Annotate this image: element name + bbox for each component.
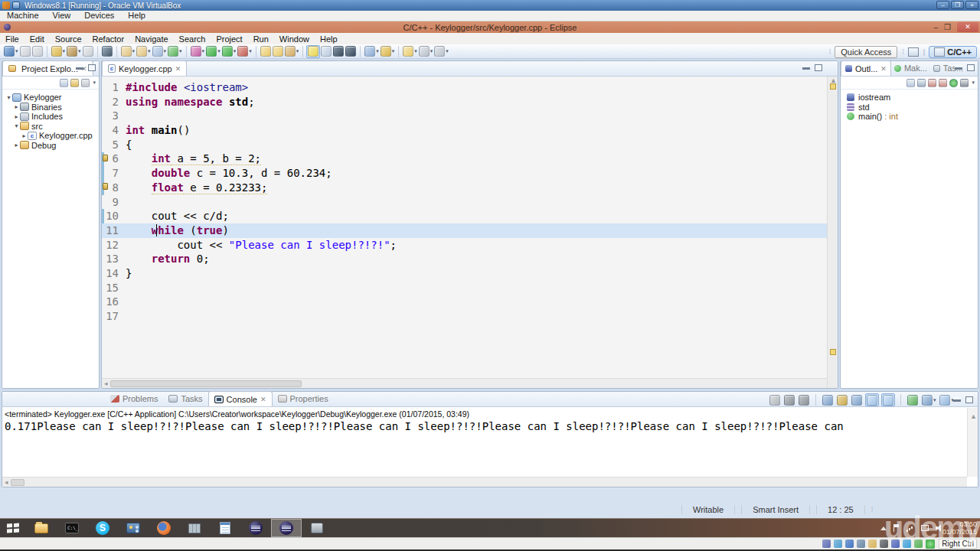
taskbar-item-app[interactable] <box>302 519 332 537</box>
maximize-editor-icon[interactable] <box>815 64 822 71</box>
menu-run[interactable]: Run <box>248 34 274 44</box>
vbox-menu-view[interactable]: View <box>46 11 78 21</box>
code-line-1[interactable]: 1#include <iostream> <box>102 80 827 95</box>
pen-icon[interactable] <box>845 540 854 548</box>
tree-item-debug[interactable]: ▸Debug <box>2 141 99 151</box>
twisty-icon[interactable]: ▸ <box>13 142 20 148</box>
show-when-stderr-changes-icon[interactable] <box>836 393 848 406</box>
run-icon[interactable]: ▾ <box>205 45 221 58</box>
eclipse-minimize-button[interactable]: – <box>933 22 938 32</box>
search-icon[interactable] <box>272 45 284 58</box>
open-element-icon[interactable] <box>260 45 272 58</box>
taskbar-item-explorer[interactable] <box>26 519 57 537</box>
hide-inactive-icon[interactable] <box>960 79 969 87</box>
code-line-6[interactable]: 6 int a = 5, b = 2; <box>102 152 827 166</box>
network-adapters-icon[interactable] <box>857 540 865 548</box>
vbox-menu-machine[interactable]: Machine <box>0 11 46 21</box>
twisty-icon[interactable]: ▾ <box>5 94 12 101</box>
hidden-icons-arrow[interactable] <box>880 527 887 530</box>
code-line-11[interactable]: 11 while (true) <box>102 223 827 238</box>
code-line-7[interactable]: 7 double c = 10.3, d = 60.234; <box>102 166 827 181</box>
start-button[interactable] <box>0 519 26 537</box>
cpp-perspective-button[interactable]: C/C++ <box>929 46 977 58</box>
outline-item-iostream[interactable]: iostream <box>841 93 978 103</box>
hdd-icon[interactable] <box>822 540 831 548</box>
collapse-all-icon[interactable] <box>906 79 915 87</box>
annotations-icon[interactable]: ▾ <box>364 45 380 58</box>
code-line-4[interactable]: 4int main() <box>102 123 827 138</box>
scroll-lock-icon[interactable] <box>865 393 879 406</box>
menu-search[interactable]: Search <box>174 34 211 44</box>
network-icon[interactable] <box>903 540 911 548</box>
tree-item-keylogger-cpp[interactable]: ▸cKeylogger.cpp <box>2 131 99 141</box>
tab-problems[interactable]: Problems <box>105 391 163 406</box>
taskbar-item-eclipse[interactable] <box>271 519 302 537</box>
code-line-9[interactable]: 9 <box>102 195 827 210</box>
new-class-icon[interactable]: ▾ <box>167 45 183 58</box>
minimize-view-icon[interactable] <box>76 64 83 70</box>
code-line-14[interactable]: 14} <box>102 266 827 281</box>
tree-item-includes[interactable]: ▸Includes <box>2 112 99 122</box>
minimize-view-icon[interactable] <box>955 64 962 70</box>
network-monitor-icon[interactable] <box>921 525 929 531</box>
run-as-user-icon[interactable]: ▾ <box>221 45 237 58</box>
display-selected-console-icon[interactable]: ▾ <box>921 393 937 406</box>
outline-item-std[interactable]: std <box>841 103 978 112</box>
hide-non-public-icon[interactable] <box>949 79 958 87</box>
code-line-13[interactable]: 13 return 0; <box>102 252 827 266</box>
code-line-8[interactable]: 8 float e = 0.23233; <box>102 181 827 195</box>
collapse-all-icon[interactable] <box>60 79 68 87</box>
cd-icon[interactable] <box>834 540 842 548</box>
taskbar-item-skype[interactable]: S <box>87 519 118 537</box>
twisty-icon[interactable]: ▸ <box>13 103 20 110</box>
new-wizard-icon[interactable]: ▾ <box>3 45 19 58</box>
pointer-icon[interactable] <box>101 45 113 58</box>
code-line-16[interactable]: 16 <box>102 295 827 309</box>
view-menu-icon[interactable]: ▾ <box>972 80 975 86</box>
menu-refactor[interactable]: Refactor <box>87 34 130 44</box>
menu-project[interactable]: Project <box>211 34 247 44</box>
link-with-editor-icon[interactable] <box>70 79 79 87</box>
eclipse-close-button[interactable]: ✕ <box>957 22 978 32</box>
terminate-icon[interactable] <box>769 393 781 406</box>
taskbar-clock[interactable]: 03:50 01/07/2015 <box>942 520 977 536</box>
tab-make-targets[interactable]: Mak... <box>891 60 930 76</box>
tab-tasks[interactable]: Tasks <box>163 391 207 406</box>
console-output[interactable]: 0.171Please can I sleep!?!?!Please can I… <box>2 420 978 468</box>
quick-access-button[interactable]: Quick Access <box>835 46 897 58</box>
filters-icon[interactable] <box>81 79 90 87</box>
editor-horizontal-scrollbar[interactable]: ◂ <box>102 378 827 388</box>
vbox-minimize-button[interactable]: – <box>936 1 949 9</box>
save-icon[interactable] <box>19 45 31 58</box>
tree-item-src[interactable]: ▾src <box>2 122 99 132</box>
clear-console-icon[interactable] <box>906 393 919 406</box>
menu-source[interactable]: Source <box>50 34 87 44</box>
minimize-editor-icon[interactable] <box>802 64 810 70</box>
console-view-icon[interactable] <box>332 45 345 58</box>
word-wrap-icon[interactable] <box>851 393 863 406</box>
taskbar-item-eclipse[interactable] <box>240 519 271 537</box>
features-icon[interactable] <box>914 540 923 548</box>
maximize-view-icon[interactable] <box>88 64 96 71</box>
code-editor[interactable]: 1#include <iostream>2using namespace std… <box>102 77 827 378</box>
menu-window[interactable]: Window <box>274 34 315 44</box>
show-whitespace-icon[interactable] <box>345 45 357 58</box>
maximize-view-icon[interactable] <box>967 64 975 71</box>
external-tools-icon[interactable]: ▾ <box>237 45 253 58</box>
menu-help[interactable]: Help <box>315 34 343 44</box>
forward-icon[interactable]: ▾ <box>433 45 449 58</box>
twisty-icon[interactable]: ▾ <box>13 122 20 129</box>
menu-edit[interactable]: Edit <box>24 34 50 44</box>
hide-static-icon[interactable] <box>939 79 947 87</box>
tree-item-binaries[interactable]: ▸Binaries <box>2 103 99 112</box>
show-when-stdout-changes-icon[interactable] <box>822 393 834 406</box>
taskbar-item-notepad[interactable] <box>210 519 240 537</box>
maximize-view-icon[interactable] <box>965 396 973 403</box>
build-icon[interactable]: ▾ <box>66 45 82 58</box>
open-console-icon[interactable]: ▾ <box>939 393 955 406</box>
shared-folder-icon[interactable] <box>868 540 877 548</box>
view-menu-icon[interactable]: ▾ <box>93 80 96 86</box>
close-icon[interactable]: ✕ <box>880 65 887 73</box>
sort-icon[interactable] <box>917 79 926 87</box>
back-history-icon[interactable]: ▾ <box>402 45 418 58</box>
